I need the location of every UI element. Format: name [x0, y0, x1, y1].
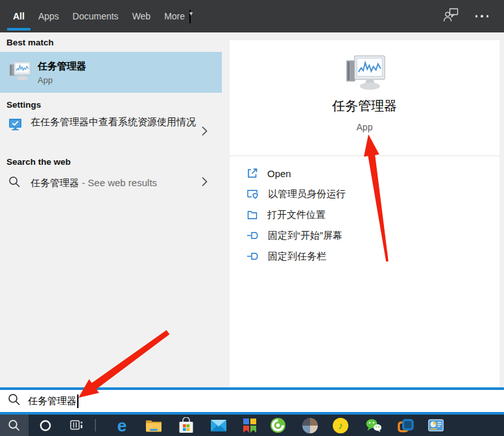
text-cursor	[77, 394, 78, 408]
taskbar-search-icon[interactable]	[0, 415, 29, 436]
tab-all-label: All	[13, 11, 25, 21]
settings-result-label: 在任务管理器中查看系统资源使用情况	[30, 115, 198, 150]
ellipsis-icon[interactable]	[475, 15, 492, 18]
web-search-suffix: - See web results	[79, 177, 157, 188]
section-title-settings: Settings	[6, 100, 41, 110]
web-search-query: 任务管理器	[30, 177, 79, 188]
preview-app-title: 任务管理器	[230, 97, 499, 115]
action-open[interactable]: Open	[246, 163, 493, 184]
vmware-icon[interactable]	[391, 415, 420, 436]
results-panel: Best match 任务管理器 App	[0, 32, 228, 387]
action-pin-to-taskbar[interactable]: 固定到任务栏	[246, 246, 493, 267]
best-match-subtitle: App	[38, 75, 86, 85]
task-manager-icon-large	[342, 54, 387, 95]
section-title-search-the-web: Search the web	[6, 157, 71, 167]
taskbar-separator	[95, 419, 96, 431]
taskbar: e	[0, 415, 504, 436]
section-title-best-match: Best match	[6, 38, 54, 47]
colorful-flags-icon[interactable]	[235, 415, 264, 436]
best-match-result-task-manager[interactable]: 任务管理器 App	[0, 52, 222, 93]
web-search-result-item[interactable]: 任务管理器 - See web results	[0, 171, 222, 195]
search-filter-bar: All Apps Documents Web More ▾	[0, 0, 504, 32]
best-match-title: 任务管理器	[38, 60, 86, 73]
tab-web-label: Web	[132, 11, 151, 21]
chevron-down-icon: ▾	[189, 10, 191, 23]
edge-icon[interactable]: e	[108, 415, 136, 436]
tab-web[interactable]: Web	[132, 0, 151, 32]
search-icon	[8, 176, 21, 191]
feedback-icon[interactable]	[443, 8, 459, 25]
tab-documents-label: Documents	[73, 11, 119, 21]
task-manager-small-icon[interactable]	[422, 415, 450, 436]
photos-avatar-icon[interactable]	[296, 415, 324, 436]
chevron-right-icon[interactable]	[202, 127, 208, 139]
tab-apps[interactable]: Apps	[38, 0, 59, 32]
preview-app-subtitle: App	[230, 122, 499, 132]
tab-more-label: More	[164, 11, 185, 21]
action-run-as-admin[interactable]: 以管理员身份运行	[246, 184, 493, 204]
tab-documents[interactable]: Documents	[73, 0, 119, 32]
pin-to-start-icon	[246, 230, 259, 241]
tab-more[interactable]: More ▾	[164, 0, 190, 32]
tab-all[interactable]: All	[13, 0, 25, 32]
action-open-file-location[interactable]: 打开文件位置	[246, 204, 493, 225]
preview-panel: 任务管理器 App Open	[230, 40, 499, 387]
display-settings-icon	[8, 117, 22, 150]
search-flyout-screen: All Apps Documents Web More ▾	[0, 0, 504, 436]
search-input-value: 任务管理器	[28, 395, 77, 407]
pin-to-taskbar-icon	[246, 250, 259, 262]
chevron-right-icon[interactable]	[202, 177, 208, 189]
action-list: Open 以管理员身份运行 打开	[246, 163, 493, 267]
green-browser-icon[interactable]	[263, 415, 292, 436]
file-explorer-icon[interactable]	[139, 415, 168, 436]
run-as-admin-icon	[246, 188, 259, 200]
task-manager-icon	[8, 61, 31, 84]
open-file-location-icon	[246, 209, 258, 221]
mail-icon[interactable]	[204, 415, 233, 436]
search-icon	[8, 393, 21, 409]
active-tab-indicator	[7, 28, 30, 30]
wechat-icon[interactable]	[359, 415, 388, 436]
cortana-icon[interactable]	[31, 415, 60, 436]
search-results-area: Best match 任务管理器 App	[0, 32, 504, 387]
action-pin-to-start[interactable]: 固定到“开始”屏幕	[246, 225, 493, 246]
open-icon	[246, 167, 258, 179]
tab-apps-label: Apps	[38, 11, 59, 21]
qq-music-icon[interactable]: ♪	[326, 415, 355, 436]
divider	[230, 155, 499, 156]
search-input[interactable]: 任务管理器	[0, 387, 504, 415]
settings-result-item[interactable]: 在任务管理器中查看系统资源使用情况	[0, 115, 222, 150]
task-view-icon[interactable]	[62, 415, 91, 436]
store-icon[interactable]	[172, 415, 200, 436]
